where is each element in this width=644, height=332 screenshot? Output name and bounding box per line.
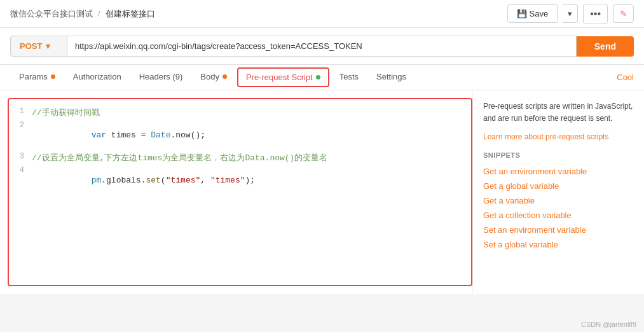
line-content-3: //设置为全局变量,下方左边times为全局变量名，右边为Data.now()的… — [32, 152, 471, 163]
line-content-2: var times = Date.now(); — [32, 121, 471, 149]
tab-headers-label: Headers (9) — [139, 72, 183, 81]
snippet-set-global-var[interactable]: Set a global variable — [483, 237, 634, 252]
learn-more-link[interactable]: Learn more about pre-request scripts — [483, 132, 608, 141]
code-line-2: 2 var times = Date.now(); — [9, 120, 471, 151]
snippet-get-collection-var[interactable]: Get a collection variable — [483, 208, 634, 223]
right-panel-description: Pre-request scripts are written in JavaS… — [483, 100, 634, 125]
code-line-3: 3 //设置为全局变量,下方左边times为全局变量名，右边为Data.now(… — [9, 151, 471, 165]
top-bar: 微信公众平台接口测试 / 创建标签接口 💾 Save ▾ ••• ✎ — [0, 0, 644, 28]
more-button[interactable]: ••• — [583, 4, 608, 24]
tab-authorization-label: Authorization — [73, 72, 121, 81]
line-num-3: 3 — [9, 152, 32, 161]
tab-tests[interactable]: Tests — [331, 66, 367, 89]
save-dropdown-button[interactable]: ▾ — [563, 4, 578, 23]
snippet-set-env-var[interactable]: Set an environment variable — [483, 223, 634, 237]
snippet-get-env-var[interactable]: Get an environment variable — [483, 164, 634, 179]
app-container: 微信公众平台接口测试 / 创建标签接口 💾 Save ▾ ••• ✎ POST … — [0, 0, 644, 294]
snippets-label: SNIPPETS — [483, 151, 634, 159]
tab-tests-label: Tests — [339, 72, 359, 81]
tab-body[interactable]: Body — [191, 66, 236, 89]
method-dropdown-icon: ▾ — [46, 41, 50, 51]
method-label: POST — [20, 41, 42, 51]
tab-settings-label: Settings — [376, 72, 406, 81]
breadcrumb-separator: / — [98, 9, 100, 18]
save-icon: 💾 — [517, 9, 527, 18]
snippet-get-global-var[interactable]: Get a global variable — [483, 179, 634, 193]
line-num-4: 4 — [9, 166, 32, 175]
code-line-1: 1 //手动获得时间戳 — [9, 106, 471, 120]
app-name: 微信公众平台接口测试 — [10, 8, 93, 20]
tabs-bar: Params Authorization Headers (9) Body Pr… — [0, 65, 644, 90]
tab-body-dot — [223, 74, 227, 79]
edit-button[interactable]: ✎ — [613, 4, 634, 23]
code-line-4: 4 pm.globals.set("times", "times"); — [9, 165, 471, 196]
tab-params[interactable]: Params — [10, 66, 64, 89]
tab-params-label: Params — [19, 72, 48, 81]
send-button[interactable]: Send — [577, 36, 634, 57]
tab-pre-request-label: Pre-request Script — [246, 73, 313, 82]
line-content-4: pm.globals.set("times", "times"); — [32, 166, 471, 195]
line-content-1: //手动获得时间戳 — [32, 107, 471, 118]
breadcrumb: 微信公众平台接口测试 / 创建标签接口 — [10, 8, 155, 20]
save-button[interactable]: 💾 Save — [507, 4, 558, 23]
code-lines: 1 //手动获得时间戳 2 var times = Date.now(); 3 … — [9, 99, 471, 202]
tab-headers[interactable]: Headers (9) — [130, 66, 192, 89]
snippet-get-var[interactable]: Get a variable — [483, 193, 634, 208]
tab-body-label: Body — [200, 72, 219, 81]
url-input[interactable] — [67, 36, 577, 57]
tab-authorization[interactable]: Authorization — [64, 66, 130, 89]
url-bar: POST ▾ Send — [0, 28, 644, 65]
tab-params-dot — [51, 74, 55, 79]
method-select[interactable]: POST ▾ — [10, 36, 67, 57]
page-name: 创建标签接口 — [106, 8, 155, 20]
main-content: 1 //手动获得时间戳 2 var times = Date.now(); 3 … — [0, 90, 644, 294]
tab-cool[interactable]: Cool — [617, 66, 634, 88]
line-num-2: 2 — [9, 121, 32, 130]
tab-settings[interactable]: Settings — [367, 66, 415, 89]
top-bar-actions: 💾 Save ▾ ••• ✎ — [507, 4, 634, 24]
line-num-1: 1 — [9, 107, 32, 116]
code-editor[interactable]: 1 //手动获得时间戳 2 var times = Date.now(); 3 … — [8, 98, 472, 286]
tab-pre-request-script[interactable]: Pre-request Script — [237, 67, 329, 87]
right-panel: Pre-request scripts are written in JavaS… — [472, 90, 644, 294]
tab-pre-request-dot — [316, 75, 320, 80]
